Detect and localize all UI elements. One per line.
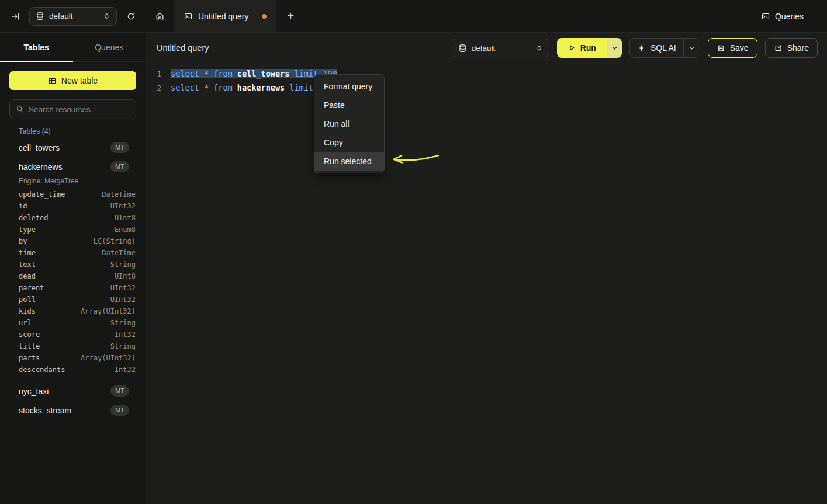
search-icon (16, 105, 24, 113)
query-database-selector[interactable]: default (452, 39, 549, 57)
database-selector-value: default (49, 12, 98, 20)
tables-section-title: Tables (4) (19, 127, 136, 135)
column-type: UInt8 (115, 272, 136, 280)
save-button-label: Save (730, 43, 749, 53)
collapse-sidebar-button[interactable] (7, 8, 23, 25)
run-button[interactable]: Run (557, 38, 607, 58)
column-type: LC(String) (94, 237, 136, 245)
table-name: stocks_stream (19, 406, 71, 415)
engine-badge: MT (110, 142, 129, 153)
chevron-updown-icon (103, 12, 110, 20)
main-header: Untitled query default Run (146, 33, 827, 63)
line-number: 1 (148, 69, 161, 78)
sql-ai-button[interactable]: SQL AI (630, 39, 683, 57)
column-row[interactable]: scoreInt32 (19, 329, 136, 340)
context-menu-item[interactable]: Copy (314, 133, 384, 152)
frame: Tables Queries New table Tables (4) cell… (0, 33, 827, 504)
column-row[interactable]: byLC(String) (19, 235, 136, 247)
table-row-nyc-taxi[interactable]: nyc_taxi MT (19, 381, 136, 401)
column-row[interactable]: descendantsInt32 (19, 364, 136, 376)
column-row[interactable]: partsArray(UInt32) (19, 352, 136, 364)
table-name: nyc_taxi (19, 387, 49, 396)
table-row-stocks-stream[interactable]: stocks_stream MT (19, 401, 136, 420)
sql-ai-label: SQL AI (650, 43, 676, 53)
column-type: UInt32 (110, 296, 136, 304)
context-menu: Format queryPasteRun allCopyRun selected (314, 74, 385, 173)
new-tab-button[interactable]: + (276, 0, 304, 32)
run-split-button: Run (557, 38, 622, 58)
home-icon (155, 11, 165, 21)
save-icon (717, 44, 725, 53)
column-name: text (19, 260, 36, 269)
sidebar-tab-tables[interactable]: Tables (0, 33, 73, 61)
column-type: UInt32 (110, 202, 136, 210)
tab-strip: Untitled query + (146, 0, 304, 32)
new-table-button[interactable]: New table (9, 71, 136, 90)
column-name: poll (19, 296, 36, 304)
table-row-cell-towers[interactable]: cell_towers MT (19, 138, 136, 157)
editor-line[interactable]: 1select * from cell_towers limit 100 (148, 67, 827, 81)
column-name: by (19, 237, 27, 245)
column-name: score (19, 331, 40, 339)
refresh-icon (126, 12, 136, 21)
query-tab[interactable]: Untitled query (174, 0, 276, 32)
share-button[interactable]: Share (765, 38, 818, 58)
column-name: url (19, 319, 32, 327)
column-name: id (19, 202, 27, 210)
column-row[interactable]: parentUInt32 (19, 282, 136, 294)
line-number: 2 (148, 84, 161, 92)
run-options-button[interactable] (607, 38, 622, 58)
editor-line[interactable]: 2select * from hackernews limit (148, 81, 827, 95)
play-icon (568, 44, 576, 52)
column-name: parent (19, 284, 44, 292)
column-type: Int32 (115, 331, 136, 339)
sidebar-collapse-icon (11, 12, 20, 21)
ai-sparkle-icon (637, 44, 646, 53)
column-row[interactable]: typeEnum8 (19, 224, 136, 235)
home-tab[interactable] (146, 0, 174, 32)
column-name: descendants (19, 366, 65, 374)
main-panel: Untitled query default Run (146, 33, 827, 504)
column-row[interactable]: titleString (19, 340, 136, 352)
chevron-down-icon (611, 44, 618, 52)
column-row[interactable]: kidsArray(UInt32) (19, 305, 136, 317)
column-name: kids (19, 307, 36, 315)
table-grid-icon (48, 77, 57, 85)
sql-ai-split-button: SQL AI (629, 38, 700, 58)
database-selector[interactable]: default (29, 7, 117, 26)
table-row-hackernews[interactable]: hackernews MT (19, 157, 136, 176)
column-row[interactable]: textString (19, 259, 136, 270)
column-row[interactable]: update_timeDateTime (19, 189, 136, 200)
column-row[interactable]: timeDateTime (19, 247, 136, 259)
column-name: deleted (19, 214, 49, 222)
column-type: DateTime (102, 249, 136, 257)
column-row[interactable]: deletedUInt8 (19, 212, 136, 224)
queries-icon (761, 12, 770, 21)
context-menu-item[interactable]: Run selected (314, 152, 384, 171)
save-button[interactable]: Save (708, 38, 757, 58)
context-menu-item[interactable]: Format query (314, 77, 384, 96)
engine-badge: MT (110, 161, 129, 172)
sidebar-tab-queries[interactable]: Queries (73, 33, 146, 61)
queries-button[interactable]: Queries (761, 12, 804, 21)
page-title: Untitled query (157, 43, 209, 53)
column-type: Enum8 (115, 225, 136, 234)
column-type: UInt32 (110, 284, 136, 292)
column-name: dead (19, 272, 36, 280)
column-name: time (19, 249, 36, 257)
sql-ai-options-button[interactable] (683, 39, 700, 57)
column-row[interactable]: idUInt32 (19, 200, 136, 212)
search-input[interactable] (29, 105, 130, 114)
column-row[interactable]: pollUInt32 (19, 294, 136, 305)
column-list: update_timeDateTimeidUInt32deletedUInt8t… (19, 189, 136, 376)
column-type: String (110, 319, 136, 327)
query-tab-icon (184, 12, 193, 21)
context-menu-item[interactable]: Run all (314, 114, 384, 133)
sql-editor[interactable]: 1select * from cell_towers limit 1002sel… (146, 63, 827, 95)
refresh-button[interactable] (123, 8, 139, 25)
column-type: String (110, 342, 136, 350)
context-menu-item[interactable]: Paste (314, 96, 384, 114)
column-type: Array(UInt32) (81, 354, 136, 362)
column-row[interactable]: deadUInt8 (19, 270, 136, 282)
column-row[interactable]: urlString (19, 317, 136, 329)
